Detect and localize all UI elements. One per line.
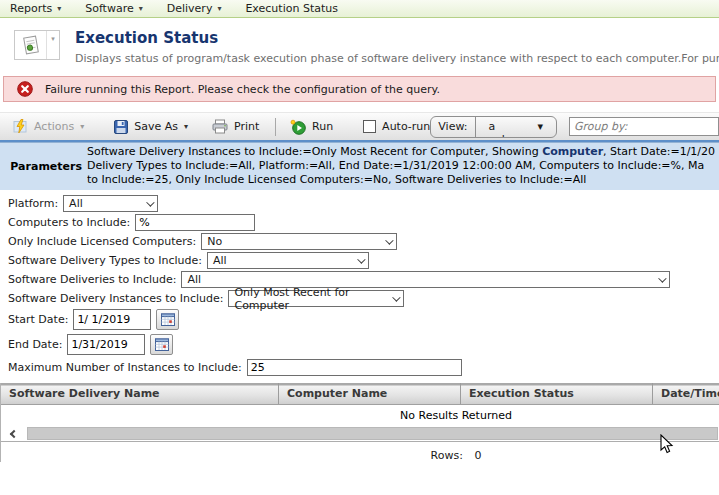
auto-run-control: Auto-run	[363, 120, 430, 133]
computer-link[interactable]: Computer	[542, 145, 603, 158]
start-date-calendar-button[interactable]	[156, 309, 179, 330]
parameters-text: Software Delivery Instances to Include:=…	[87, 145, 719, 187]
deliveries-label: Software Deliveries to Include:	[8, 273, 176, 286]
toolbar-separator	[275, 118, 276, 136]
chevron-down-icon: ▾	[537, 120, 543, 133]
chevron-down-icon	[393, 293, 401, 301]
chevron-down-icon	[357, 255, 365, 263]
parameters-line-3: to Include:=25, Only Include Licensed Co…	[87, 173, 719, 187]
only-licensed-row: Only Include Licensed Computers: No	[8, 233, 719, 250]
platform-label: Platform:	[8, 197, 58, 210]
print-label: Print	[234, 120, 259, 133]
menu-reports-label: Reports	[10, 2, 52, 15]
only-licensed-label: Only Include Licensed Computers:	[8, 235, 196, 248]
chevron-down-icon	[385, 236, 393, 244]
computers-to-include-label: Computers to Include:	[8, 216, 130, 229]
menu-software-label: Software	[85, 2, 134, 15]
calendar-icon	[161, 313, 175, 326]
report-icon-button[interactable]: ▾	[14, 30, 60, 60]
parameters-line1-pre: Software Delivery Instances to Include:=…	[87, 145, 542, 158]
header-text: Execution Status Displays status of prog…	[75, 29, 719, 71]
menu-execution-status[interactable]: Execution Status	[245, 2, 338, 15]
only-licensed-select[interactable]: No	[201, 233, 397, 250]
platform-value: All	[69, 197, 83, 210]
view-dropdown[interactable]: Select a value... ▾	[476, 117, 556, 137]
actions-lightning-icon	[13, 119, 28, 134]
horizontal-scrollbar[interactable]	[1, 426, 719, 442]
save-floppy-icon	[114, 120, 128, 134]
run-play-icon	[290, 119, 306, 135]
page-description: Displays status of program/task executio…	[75, 52, 719, 65]
delivery-instances-value: Only Most Recent for Computer	[234, 286, 386, 312]
error-message: Failure running this Report. Please chec…	[45, 83, 440, 96]
platform-select[interactable]: All	[63, 195, 158, 212]
start-date-input[interactable]	[73, 309, 151, 330]
actions-button[interactable]: Actions ▾	[13, 119, 84, 134]
menu-software[interactable]: Software ▾	[85, 2, 143, 15]
menu-execution-status-label: Execution Status	[245, 2, 338, 15]
group-by-input[interactable]	[569, 117, 719, 136]
chevron-down-icon	[659, 274, 667, 282]
run-button[interactable]: Run	[290, 119, 333, 135]
parameters-line1-post: , Start Date:=1/1/20	[603, 145, 715, 158]
chevron-down-icon: ▾	[57, 5, 61, 13]
report-document-icon	[15, 31, 46, 59]
max-instances-input[interactable]	[247, 359, 462, 376]
menu-delivery[interactable]: Delivery ▾	[167, 2, 222, 15]
results-header-row: Software Delivery Name Computer Name Exe…	[1, 383, 719, 405]
parameters-line-1: Software Delivery Instances to Include:=…	[87, 145, 719, 159]
view-label: View:	[431, 117, 475, 137]
print-button[interactable]: Print	[212, 119, 259, 134]
rows-count-line: Rows: 0	[1, 449, 719, 462]
menu-delivery-label: Delivery	[167, 2, 213, 15]
chevron-down-icon: ▾	[80, 122, 84, 131]
end-date-row: End Date:	[8, 334, 719, 355]
error-banner: Failure running this Report. Please chec…	[3, 76, 716, 102]
end-date-label: End Date:	[8, 338, 62, 351]
deliveries-value: All	[187, 273, 201, 286]
results-grid: Software Delivery Name Computer Name Exe…	[0, 383, 719, 462]
scrollbar-thumb[interactable]	[27, 427, 718, 440]
delivery-types-row: Software Delivery Types to Include: All	[8, 252, 719, 269]
computers-to-include-input[interactable]	[135, 214, 255, 231]
page-title: Execution Status	[75, 29, 719, 47]
max-instances-row: Maximum Number of Instances to Include:	[8, 359, 719, 376]
delivery-types-select[interactable]: All	[207, 252, 369, 269]
delivery-instances-label: Software Delivery Instances to Include:	[8, 292, 223, 305]
auto-run-label: Auto-run	[382, 120, 430, 133]
start-date-label: Start Date:	[8, 313, 68, 326]
column-header-execution-status[interactable]: Execution Status	[460, 383, 652, 404]
menu-reports[interactable]: Reports ▾	[10, 2, 61, 15]
scroll-left-button[interactable]	[1, 426, 27, 441]
chevron-down-icon	[146, 198, 154, 206]
column-header-date-time[interactable]: Date/Time of	[652, 383, 719, 404]
chevron-down-icon[interactable]: ▾	[46, 31, 59, 59]
results-grid-inner: Software Delivery Name Computer Name Exe…	[1, 383, 719, 426]
chevron-left-icon	[10, 429, 18, 437]
parameters-line-2: Delivery Types to Include:=All, Platform…	[87, 159, 719, 173]
column-header-software-delivery-name[interactable]: Software Delivery Name	[1, 383, 278, 404]
save-as-label: Save As	[134, 120, 178, 133]
top-menu-bar: Reports ▾ Software ▾ Delivery ▾ Executio…	[0, 0, 719, 18]
chevron-down-icon: ▾	[217, 5, 221, 13]
calendar-icon	[155, 338, 169, 351]
column-header-computer-name[interactable]: Computer Name	[278, 383, 460, 404]
run-label: Run	[312, 120, 333, 133]
rows-label: Rows:	[431, 449, 463, 462]
view-dropdown-value: Select a value...	[489, 116, 530, 138]
view-selector-group: View: Select a value... ▾	[430, 116, 557, 138]
end-date-input[interactable]	[67, 334, 145, 355]
parameters-label: Parameters	[0, 160, 82, 173]
platform-row: Platform: All	[8, 195, 719, 212]
page-header: ▾ Execution Status Displays status of pr…	[0, 18, 719, 71]
delivery-instances-select[interactable]: Only Most Recent for Computer	[228, 290, 404, 307]
save-as-button[interactable]: Save As ▾	[114, 120, 188, 134]
printer-icon	[212, 119, 228, 134]
no-results-message: No Results Returned	[1, 405, 719, 426]
only-licensed-value: No	[207, 235, 222, 248]
actions-label: Actions	[34, 120, 74, 133]
max-instances-label: Maximum Number of Instances to Include:	[8, 361, 242, 374]
end-date-calendar-button[interactable]	[150, 334, 173, 355]
auto-run-checkbox[interactable]	[363, 120, 376, 133]
parameters-section: Parameters Software Delivery Instances t…	[0, 142, 719, 190]
